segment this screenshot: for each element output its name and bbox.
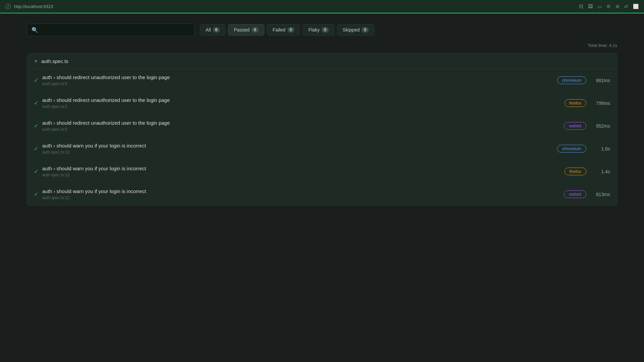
total-time: Total time: 4.1s xyxy=(27,43,617,48)
test-name: auth › should redirect unauthorized user… xyxy=(42,97,560,103)
pass-check-icon: ✓ xyxy=(34,168,38,175)
gear-icon[interactable]: ⚙ xyxy=(606,4,611,9)
tab-flaky-badge: 0 xyxy=(322,27,329,33)
maximize-icon[interactable]: ⬜ xyxy=(633,4,639,9)
test-row[interactable]: ✓ auth › should warn you if your login i… xyxy=(27,183,617,205)
test-name: auth › should redirect unauthorized user… xyxy=(42,120,560,126)
search-icon: 🔍 xyxy=(32,27,38,33)
info-icon: i xyxy=(5,4,11,9)
top-bar-left: i http://localhost:9323 xyxy=(5,4,53,9)
tab-passed[interactable]: Passed 6 xyxy=(228,24,264,36)
test-info: auth › should redirect unauthorized user… xyxy=(42,74,553,86)
test-info: auth › should warn you if your login is … xyxy=(42,166,560,177)
pass-check-icon: ✓ xyxy=(34,123,38,129)
test-name: auth › should warn you if your login is … xyxy=(42,188,560,194)
test-row[interactable]: ✓ auth › should warn you if your login i… xyxy=(27,160,617,183)
test-duration: 1.6s xyxy=(592,146,610,152)
main-content: 🔍 All 6 Passed 6 Failed 0 Flaky 0 Skippe… xyxy=(0,13,644,216)
tab-flaky[interactable]: Flaky 0 xyxy=(303,24,334,36)
test-duration: 799ms xyxy=(592,101,610,106)
browser-badge-webkit: webkit xyxy=(564,122,586,130)
browser-badge-firefox: firefox xyxy=(565,168,586,175)
search-input[interactable] xyxy=(27,23,195,36)
pass-check-icon: ✓ xyxy=(34,77,38,83)
test-file: auth.spec.ts:12 xyxy=(42,173,560,177)
browser-badge-chromium: chromium xyxy=(557,145,586,153)
test-row[interactable]: ✓ auth › should redirect unauthorized us… xyxy=(27,69,617,92)
chevron-down-icon: ▼ xyxy=(34,59,38,64)
test-row[interactable]: ✓ auth › should redirect unauthorized us… xyxy=(27,92,617,115)
image-icon[interactable]: 🖼 xyxy=(588,4,593,9)
test-info: auth › should redirect unauthorized user… xyxy=(42,120,560,132)
tab-all-badge: 6 xyxy=(213,27,220,33)
link-icon[interactable]: ⛓ xyxy=(579,4,583,9)
test-suite: ▼ auth.spec.ts ✓ auth › should redirect … xyxy=(27,53,617,206)
split-icon[interactable]: ⇄ xyxy=(624,4,628,9)
test-duration: 952ms xyxy=(592,123,610,129)
test-right: firefox 1.4s xyxy=(565,168,610,175)
test-duration: 1.4s xyxy=(592,169,610,174)
browser-badge-firefox: firefox xyxy=(565,99,586,107)
test-rows-container: ✓ auth › should redirect unauthorized us… xyxy=(27,69,617,205)
tab-failed[interactable]: Failed 0 xyxy=(267,24,300,36)
test-duration: 813ms xyxy=(592,192,610,197)
test-row[interactable]: ✓ auth › should redirect unauthorized us… xyxy=(27,115,617,137)
pass-check-icon: ✓ xyxy=(34,100,38,106)
suite-name: auth.spec.ts xyxy=(41,58,68,64)
test-info: auth › should warn you if your login is … xyxy=(42,188,560,200)
test-file: auth.spec.ts:12 xyxy=(42,195,560,200)
test-row[interactable]: ✓ auth › should warn you if your login i… xyxy=(27,137,617,160)
test-right: chromium 881ms xyxy=(557,76,610,84)
test-info: auth › should redirect unauthorized user… xyxy=(42,97,560,109)
tab-skipped[interactable]: Skipped 0 xyxy=(337,24,374,36)
test-name: auth › should warn you if your login is … xyxy=(42,166,560,171)
test-file: auth.spec.ts:5 xyxy=(42,81,553,86)
test-name: auth › should warn you if your login is … xyxy=(42,143,553,148)
cast-icon[interactable]: ⊕ xyxy=(615,4,620,9)
tab-failed-badge: 0 xyxy=(287,27,294,33)
tab-passed-label: Passed xyxy=(234,27,250,33)
tab-passed-badge: 6 xyxy=(252,27,259,33)
search-container: 🔍 xyxy=(27,23,195,36)
pass-check-icon: ✓ xyxy=(34,191,38,197)
browser-badge-webkit: webkit xyxy=(564,190,586,198)
test-duration: 881ms xyxy=(592,78,610,83)
test-info: auth › should warn you if your login is … xyxy=(42,143,553,155)
test-right: webkit 813ms xyxy=(564,190,610,198)
top-bar-right: ⛓ 🖼 ▭ ⚙ ⊕ ⇄ ⬜ xyxy=(579,4,639,9)
test-file: auth.spec.ts:12 xyxy=(42,150,553,155)
top-bar-url: http://localhost:9323 xyxy=(14,4,53,9)
filter-bar: 🔍 All 6 Passed 6 Failed 0 Flaky 0 Skippe… xyxy=(27,23,617,36)
pass-check-icon: ✓ xyxy=(34,145,38,152)
test-file: auth.spec.ts:5 xyxy=(42,104,560,109)
suite-header[interactable]: ▼ auth.spec.ts xyxy=(27,54,617,69)
box-icon[interactable]: ▭ xyxy=(597,4,602,9)
tab-failed-label: Failed xyxy=(273,27,285,33)
test-right: webkit 952ms xyxy=(564,122,610,130)
test-name: auth › should redirect unauthorized user… xyxy=(42,74,553,80)
test-right: firefox 799ms xyxy=(565,99,610,107)
test-file: auth.spec.ts:5 xyxy=(42,127,560,132)
tab-all[interactable]: All 6 xyxy=(200,24,225,36)
test-right: chromium 1.6s xyxy=(557,145,610,153)
top-bar: i http://localhost:9323 ⛓ 🖼 ▭ ⚙ ⊕ ⇄ ⬜ xyxy=(0,0,644,13)
browser-badge-chromium: chromium xyxy=(557,76,586,84)
tab-flaky-label: Flaky xyxy=(308,27,319,33)
filter-tabs: All 6 Passed 6 Failed 0 Flaky 0 Skipped … xyxy=(200,24,374,36)
tab-skipped-label: Skipped xyxy=(343,27,360,33)
tab-all-label: All xyxy=(206,27,211,33)
tab-skipped-badge: 0 xyxy=(362,27,369,33)
